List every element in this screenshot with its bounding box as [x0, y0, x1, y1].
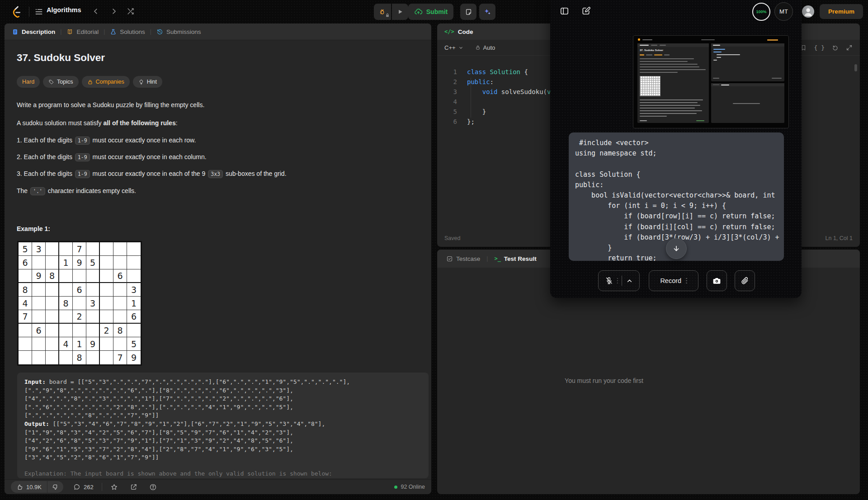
star-icon [110, 483, 118, 491]
hint-badge[interactable]: Hint [133, 76, 162, 88]
screenshot-thumbnail[interactable]: 37. Sudoku Solver [633, 35, 789, 128]
tab-test-result[interactable]: >_ Test Result [494, 255, 536, 262]
notes-button[interactable] [460, 4, 476, 20]
mic-button[interactable] [598, 270, 640, 291]
auto-mode[interactable]: Auto [475, 44, 495, 51]
companies-badge[interactable]: Companies [82, 76, 130, 88]
camera-icon [712, 276, 722, 286]
chevron-up-icon [626, 277, 633, 285]
test-result-empty-message: You must run your code first [514, 377, 694, 384]
sudoku-cell [100, 337, 113, 351]
example-io-block: Input: board = [["5","3",".",".","7","."… [17, 373, 429, 478]
ai-assistant-button[interactable] [479, 4, 495, 20]
favorite-button[interactable] [110, 483, 118, 491]
sudoku-cell [46, 351, 59, 364]
record-label: Record [660, 277, 681, 284]
screenshot-button[interactable] [707, 270, 727, 291]
comment-icon [73, 483, 80, 491]
random-problem-icon[interactable] [127, 7, 135, 15]
dislike-button[interactable] [47, 481, 63, 493]
reset-code-button[interactable] [832, 44, 839, 51]
sudoku-cell [127, 324, 141, 337]
sudoku-cell: 2 [73, 310, 86, 324]
scroll-down-button[interactable] [666, 238, 687, 259]
nav-label[interactable]: Algorithms [47, 6, 81, 14]
tab-label: Description [22, 28, 55, 35]
sudoku-cell [113, 297, 127, 310]
example-io-line: [".","9","8",".",".",".",".","6","."],["… [24, 387, 421, 395]
sudoku-cell [100, 256, 113, 269]
difficulty-badge[interactable]: Hard [17, 76, 40, 88]
play-icon [397, 9, 403, 15]
mini-problem-panel: 37. Sudoku Solver [637, 43, 709, 123]
tab-submissions[interactable]: Submissions [156, 28, 201, 35]
sudoku-cell [127, 269, 141, 283]
help-button[interactable] [149, 483, 157, 491]
run-button[interactable] [392, 4, 408, 20]
tab-description[interactable]: Description [12, 28, 55, 35]
attach-button[interactable] [735, 270, 755, 291]
user-avatar[interactable] [802, 5, 814, 18]
fullscreen-button[interactable] [846, 44, 853, 51]
share-button[interactable] [130, 483, 137, 491]
editor-scrollbar[interactable] [854, 64, 857, 71]
lock-icon [87, 79, 93, 85]
problem-statement: Write a program to solve a Sudoku puzzle… [17, 101, 204, 108]
line-number: 1 [437, 67, 467, 77]
example-io-line: [".",".",".",".","8",".",".","7","9"]] [24, 411, 421, 420]
problem-list-icon[interactable] [34, 7, 43, 16]
sudoku-cell: 1 [59, 256, 73, 269]
sparkles-icon [483, 8, 491, 16]
rule-1: 1. Each of the digits 1-9 must occur exa… [17, 137, 196, 144]
assistant-overlay: 100% MT 37. Sudoku Solver [550, 0, 802, 298]
overlay-account-badge[interactable]: MT [774, 2, 793, 21]
tab-testcase[interactable]: Testcase [446, 255, 480, 262]
sudoku-cell [73, 324, 86, 337]
online-indicator: 92 Online [394, 484, 425, 490]
like-button[interactable]: 10.9K [11, 481, 47, 493]
sudoku-image: 537619598686348317266284195879 [17, 241, 142, 366]
format-code-button[interactable]: { } [814, 44, 825, 51]
record-button[interactable]: Record [649, 270, 698, 291]
sudoku-cell [113, 256, 127, 269]
problem-title: 37. Sudoku Solver [17, 52, 105, 64]
line-number: 6 [437, 117, 467, 127]
checkbox-check-icon [446, 255, 453, 262]
overlay-sidebar-toggle-icon[interactable] [559, 6, 570, 16]
tab-editorial[interactable]: Editorial [66, 28, 99, 35]
sudoku-cell: 5 [127, 337, 141, 351]
note-icon [465, 8, 472, 16]
sudoku-cell: 6 [19, 256, 32, 269]
premium-button[interactable]: Premium [820, 4, 863, 19]
topics-badge[interactable]: Topics [43, 76, 78, 88]
cursor-position: Ln 1, Col 1 [826, 235, 853, 241]
leetcode-logo-icon[interactable] [10, 5, 23, 18]
empty-cell-note: The '.' character indicates empty cells. [17, 187, 136, 194]
sudoku-cell [59, 324, 73, 337]
mic-divider [622, 276, 622, 286]
sudoku-cell [59, 283, 73, 297]
cloud-upload-icon [414, 8, 423, 16]
comments-button[interactable]: 262 [73, 483, 94, 491]
description-icon [12, 28, 19, 35]
prev-problem-icon[interactable] [92, 7, 100, 15]
problem-tab-bar: Description | Editorial | Solutions | Su… [5, 24, 431, 40]
chevron-down-icon [458, 45, 463, 50]
language-selector[interactable]: C++ [444, 44, 463, 51]
sudoku-cell [46, 310, 59, 324]
next-problem-icon[interactable] [110, 7, 118, 15]
sudoku-cell [59, 351, 73, 364]
mini-logo-dot [638, 38, 640, 41]
thumbs-up-icon [16, 484, 23, 491]
run-submit-group [374, 4, 408, 20]
tab-label: Testcase [456, 255, 480, 262]
overlay-new-chat-icon[interactable] [581, 6, 591, 16]
sudoku-cell: 5 [19, 242, 32, 256]
mini-sudoku-grid [640, 76, 660, 96]
debug-button[interactable] [374, 4, 391, 20]
tab-solutions[interactable]: Solutions [110, 28, 145, 35]
submit-button[interactable]: Submit [408, 4, 453, 20]
problem-footer: 10.9K 262 92 Online [5, 479, 431, 494]
sudoku-cell [59, 310, 73, 324]
tab-separator: | [104, 28, 105, 35]
